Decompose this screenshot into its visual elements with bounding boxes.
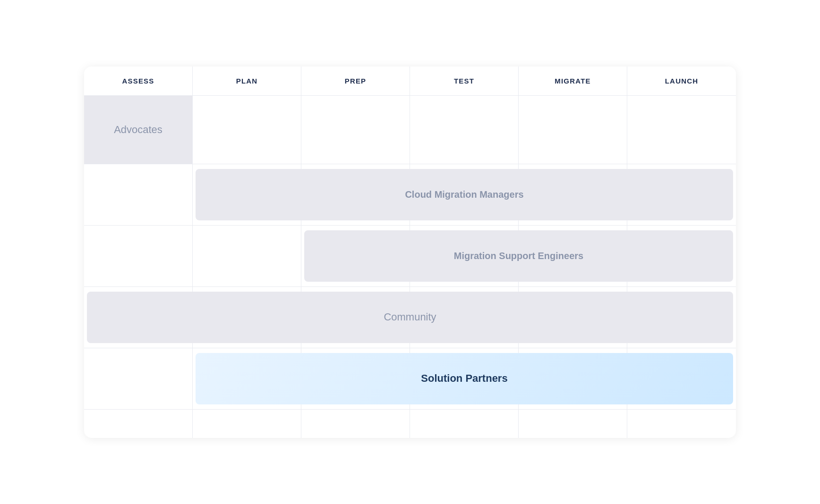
row-solution-bg: Solution Partners xyxy=(84,348,736,410)
cloud-migration-label: Cloud Migration Managers xyxy=(405,189,523,200)
header-test: TEST xyxy=(410,67,519,95)
header-assess: ASSESS xyxy=(84,67,193,95)
row-empty-bg xyxy=(84,410,736,438)
header-plan: PLAN xyxy=(193,67,301,95)
row-support-bg: Migration Support Engineers xyxy=(84,226,736,287)
migration-support-label: Migration Support Engineers xyxy=(454,251,583,261)
row-community-bg: Community xyxy=(84,287,736,348)
solution-partners-label: Solution Partners xyxy=(421,372,507,385)
header-prep: PREP xyxy=(301,67,410,95)
community-label: Community xyxy=(384,311,436,323)
chart-container: ASSESS PLAN PREP TEST MIGRATE LAUNCH Adv… xyxy=(84,67,736,438)
row-cloud-bg: Cloud Migration Managers xyxy=(84,164,736,226)
header-migrate: MIGRATE xyxy=(519,67,627,95)
advocates-label: Advocates xyxy=(114,124,162,136)
row-advocates-bg: Advocates xyxy=(84,96,736,164)
header-row: ASSESS PLAN PREP TEST MIGRATE LAUNCH xyxy=(84,67,736,96)
chart-body: Advocates Cloud Migration Managers xyxy=(84,96,736,438)
header-launch: LAUNCH xyxy=(627,67,736,95)
